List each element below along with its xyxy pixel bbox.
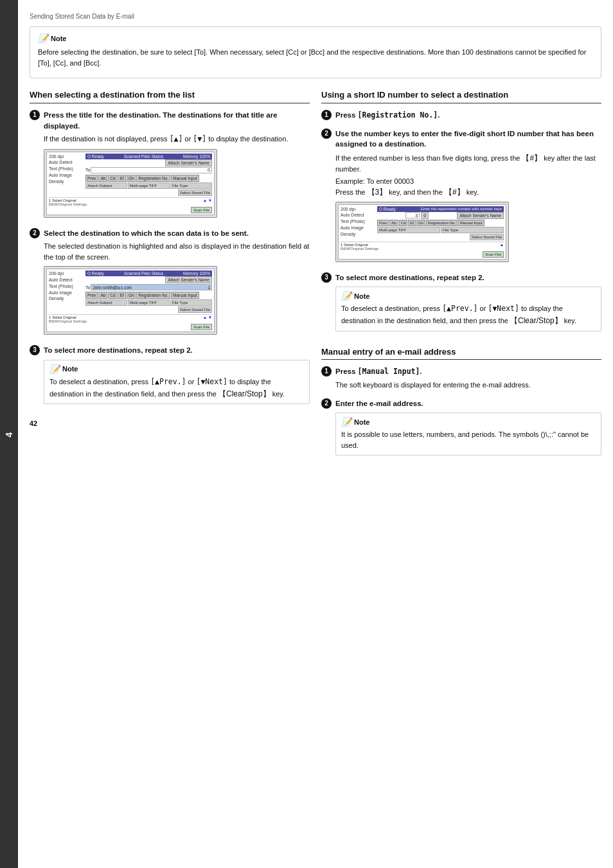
step-list-1-content: Press the title for the destination. The…	[44, 110, 310, 223]
step-manual-2-note-title: 📝 Note	[341, 417, 596, 427]
note-text: Before selecting the destination, be sur…	[38, 47, 593, 69]
screen-inner-1: 200 dpi Auto Detect Text (Photo) Auto Im…	[46, 152, 215, 215]
step-id-1-content: Press [Registration No.].	[335, 110, 601, 123]
step-list-3-note-text: To deselect a destination, press [▲Prev.…	[49, 376, 304, 400]
page-content: Sending Stored Scan Data by E-mail 📝 Not…	[18, 0, 613, 868]
page: 4 Sending Stored Scan Data by E-mail 📝 N…	[0, 0, 613, 868]
section-heading-short-id: Using a short ID number to select a dest…	[321, 90, 601, 103]
step-manual-1-content: Press [Manual Input]. The soft keyboard …	[335, 366, 601, 393]
step-id-3-content: To select more destinations, repeat step…	[335, 272, 601, 335]
col-left: When selecting a destination from the li…	[30, 90, 310, 855]
note-label: Note	[51, 35, 66, 42]
step-id-2-title: Use the number keys to enter the five-di…	[335, 128, 601, 150]
screen-thumb-3: 200 dpi Auto Detect Text (Photo) Auto Im…	[335, 202, 509, 262]
chapter-number: 4	[4, 431, 14, 438]
step-list-2: 2 Select the destination to which the sc…	[30, 228, 310, 341]
step-id-2-example: Example: To enter 00003	[335, 177, 601, 185]
step-manual-num-1: 1	[321, 366, 332, 376]
note-icon-2: 📝	[49, 364, 60, 374]
step-manual-2-content: Enter the e-mail address. 📝 Note It is p…	[335, 398, 601, 460]
note-icon-4: 📝	[341, 417, 351, 427]
note-title: 📝 Note	[38, 33, 593, 43]
step-id-num-1: 1	[321, 110, 332, 120]
step-manual-1-body: The soft keyboard is displayed for enter…	[335, 380, 601, 391]
step-id-num-2: 2	[321, 128, 332, 139]
breadcrumb: Sending Stored Scan Data by E-mail	[30, 13, 601, 20]
page-number: 42	[30, 420, 310, 427]
section-heading-manual: Manual entry of an e-mail address	[321, 347, 601, 360]
manual-entry-section: Manual entry of an e-mail address 1 Pres…	[321, 347, 601, 460]
step-manual-num-2: 2	[321, 398, 332, 409]
step-list-1-title: Press the title for the destination. The…	[44, 110, 310, 131]
section-heading-list: When selecting a destination from the li…	[30, 90, 310, 103]
step-manual-2-note: 📝 Note It is possible to use letters, nu…	[335, 412, 601, 456]
step-num-1: 1	[30, 110, 40, 120]
step-id-1: 1 Press [Registration No.].	[321, 110, 601, 123]
note-icon-3: 📝	[341, 291, 351, 301]
step-list-3-title: To select more destinations, repeat step…	[44, 345, 310, 356]
step-id-3: 3 To select more destinations, repeat st…	[321, 272, 601, 335]
step-list-3: 3 To select more destinations, repeat st…	[30, 345, 310, 408]
note-icon: 📝	[38, 33, 48, 43]
step-id-3-note-text: To deselect a destination, press [▲Prev.…	[341, 303, 596, 326]
step-id-3-note: 📝 Note To deselect a destination, press …	[335, 287, 601, 331]
step-list-3-note: 📝 Note To deselect a destination, press …	[44, 360, 310, 404]
step-manual-1-title: Press [Manual Input].	[335, 366, 601, 377]
step-id-2-content: Use the number keys to enter the five-di…	[335, 128, 601, 267]
step-list-2-title: Select the destination to which the scan…	[44, 228, 310, 239]
step-id-2-body3: Press the 【3】 key, and then the 【#】 key.	[335, 186, 601, 198]
step-id-num-3: 3	[321, 272, 332, 283]
step-list-1-body: If the destination is not displayed, pre…	[44, 134, 310, 145]
step-num-2: 2	[30, 228, 40, 238]
step-id-2-body1: If the entered number is less than five …	[335, 152, 601, 175]
col-right: Using a short ID number to select a dest…	[321, 90, 601, 855]
step-num-3: 3	[30, 345, 40, 355]
step-list-3-note-title: 📝 Note	[49, 364, 304, 374]
screen-thumb-1: 200 dpi Auto Detect Text (Photo) Auto Im…	[44, 149, 217, 218]
screen-inner-3: 200 dpi Auto Detect Text (Photo) Auto Im…	[338, 204, 506, 260]
step-list-1: 1 Press the title for the destination. T…	[30, 110, 310, 223]
step-manual-2: 2 Enter the e-mail address. 📝 Note It is…	[321, 398, 601, 460]
step-list-2-body: The selected destination is highlighted …	[44, 241, 310, 262]
step-id-1-title: Press [Registration No.].	[335, 110, 601, 121]
step-list-2-content: Select the destination to which the scan…	[44, 228, 310, 341]
top-note-box: 📝 Note Before selecting the destination,…	[30, 26, 601, 78]
step-id-3-note-title: 📝 Note	[341, 291, 596, 301]
chapter-tab: 4	[0, 0, 18, 868]
step-list-3-content: To select more destinations, repeat step…	[44, 345, 310, 408]
step-manual-2-note-text: It is possible to use letters, numbers, …	[341, 429, 596, 451]
columns: When selecting a destination from the li…	[30, 90, 601, 855]
screen-inner-2: 200 dpi Auto Detect Text (Photo) Auto Im…	[46, 269, 215, 332]
step-id-3-title: To select more destinations, repeat step…	[335, 272, 601, 283]
screen-thumb-2: 200 dpi Auto Detect Text (Photo) Auto Im…	[44, 266, 217, 335]
step-id-2: 2 Use the number keys to enter the five-…	[321, 128, 601, 267]
step-manual-1: 1 Press [Manual Input]. The soft keyboar…	[321, 366, 601, 393]
step-manual-2-title: Enter the e-mail address.	[335, 398, 601, 409]
